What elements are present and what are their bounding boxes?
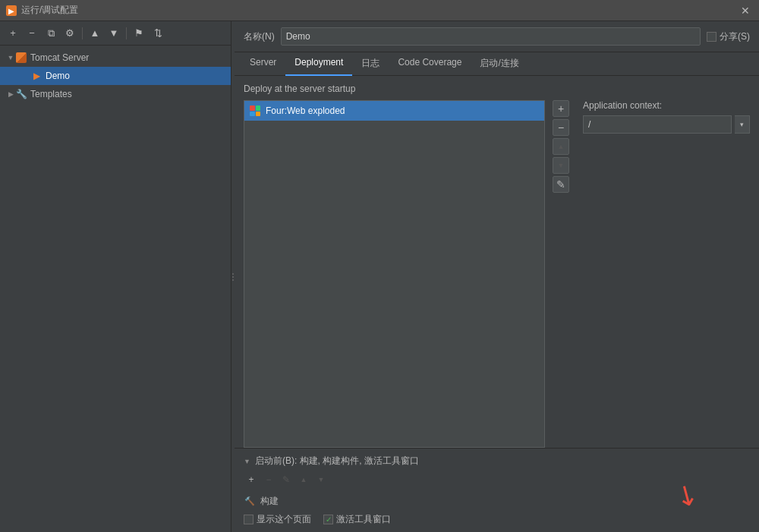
right-panel: 名称(N) 分享(S) Server Deployment 日志 Code Co… [235,21,759,532]
before-launch-remove-button[interactable]: − [261,472,276,487]
deploy-item-label: Four:Web exploded [266,105,345,116]
templates-label: Templates [30,89,72,99]
app-context-section: Application context: ▾ [583,100,750,448]
tabs-row: Server Deployment 日志 Code Coverage 启动/连接 [235,52,759,76]
tree-spacer-demo [21,71,30,80]
tree-item-demo[interactable]: ▶ Demo [0,67,231,85]
tab-log[interactable]: 日志 [352,52,389,76]
deploy-list-item[interactable]: Four:Web exploded [244,101,544,121]
move-up-button[interactable]: ▲ [87,25,103,42]
svg-text:▶: ▶ [8,7,14,15]
title-bar: ▶ 运行/调试配置 ✕ [0,0,759,21]
app-context-label: Application context: [583,100,750,111]
close-button[interactable]: ✕ [738,5,753,17]
build-icon: 🔨 [244,495,256,507]
before-launch-add-button[interactable]: + [244,472,259,487]
deployment-content: Deploy at the server startup [235,76,759,532]
deploy-up-button[interactable]: ▲ [553,138,569,155]
show-page-checkbox[interactable] [244,515,254,524]
tree-expand-templates[interactable]: ▶ [6,90,15,99]
tree-expand-tomcat[interactable]: ▼ [6,53,15,62]
before-launch-options: 显示这个页面 ✓ 激活工具窗口 [244,513,750,526]
build-label: 构建 [260,495,279,508]
before-launch-up-button[interactable]: ▲ [296,472,311,487]
before-launch-header[interactable]: ▼ 启动前(B): 构建, 构建构件, 激活工具窗口 [244,455,750,467]
deploy-edit-button[interactable]: ✎ [553,176,569,193]
dialog-icon: ▶ [6,5,17,16]
remove-config-button[interactable]: − [24,25,40,42]
app-context-input[interactable] [583,115,732,134]
demo-config-icon: ▶ [30,70,43,82]
tab-startup[interactable]: 启动/连接 [471,52,528,76]
tab-coverage[interactable]: Code Coverage [389,52,471,76]
settings-config-button[interactable]: ⚙ [61,25,78,42]
toolbar-separator-2 [126,27,127,39]
title-bar-text: 运行/调试配置 [21,4,738,17]
deploy-section-title: Deploy at the server startup [244,83,750,94]
sort-button[interactable]: ⇅ [150,25,166,42]
build-item: 🔨 构建 [244,492,750,510]
deploy-list: Four:Web exploded [244,100,545,448]
app-context-input-row: ▾ [583,115,750,134]
app-context-dropdown[interactable]: ▾ [735,115,750,134]
show-page-label: 显示这个页面 [257,513,311,526]
share-checkbox[interactable] [707,32,716,42]
before-launch-down-button[interactable]: ▼ [313,472,329,487]
before-launch-section: ▼ 启动前(B): 构建, 构建构件, 激活工具窗口 + − ✎ ▲ ▼ 🔨 构… [235,448,759,532]
flag-button[interactable]: ⚑ [131,25,147,42]
share-label: 分享(S) [707,30,750,43]
deploy-controls: + − ▲ ▼ ✎ [553,100,569,448]
deploy-remove-button[interactable]: − [553,119,569,136]
deploy-down-button[interactable]: ▼ [553,157,569,174]
collapse-arrow-icon: ▼ [244,458,250,465]
before-launch-edit-button[interactable]: ✎ [279,472,294,487]
config-toolbar: + − ⧉ ⚙ ▲ ▼ ⚑ ⇅ [0,21,231,46]
name-row: 名称(N) 分享(S) [235,21,759,52]
tomcat-icon [15,52,27,64]
name-field-label: 名称(N) [244,30,275,43]
tab-server[interactable]: Server [241,52,285,76]
left-panel: + − ⧉ ⚙ ▲ ▼ ⚑ ⇅ ▼ Tomcat Server [0,21,231,532]
toolbar-separator [82,27,83,39]
demo-item-label: Demo [46,71,70,81]
activate-window-label: 激活工具窗口 [336,513,391,526]
tab-deployment[interactable]: Deployment [285,52,352,76]
option-show-page: 显示这个页面 [244,513,311,526]
deploy-add-button[interactable]: + [553,100,569,117]
copy-config-button[interactable]: ⧉ [43,25,59,42]
tree-item-tomcat-group[interactable]: ▼ Tomcat Server [0,49,231,67]
activate-window-checkbox[interactable]: ✓ [323,515,333,524]
option-activate-window: ✓ 激活工具窗口 [323,513,391,526]
move-down-button[interactable]: ▼ [106,25,122,42]
share-text: 分享(S) [720,30,750,43]
deploy-item-icon [249,105,261,117]
before-launch-toolbar: + − ✎ ▲ ▼ [244,472,750,487]
tree-item-templates[interactable]: ▶ 🔧 Templates [0,85,231,103]
config-tree: ▼ Tomcat Server ▶ Demo ▶ 🔧 Te [0,46,231,532]
before-launch-title: 启动前(B): 构建, 构建构件, 激活工具窗口 [255,455,419,467]
name-input[interactable] [281,27,701,46]
tomcat-group-label: Tomcat Server [30,52,89,63]
add-config-button[interactable]: + [5,25,21,42]
templates-icon: 🔧 [15,88,27,100]
